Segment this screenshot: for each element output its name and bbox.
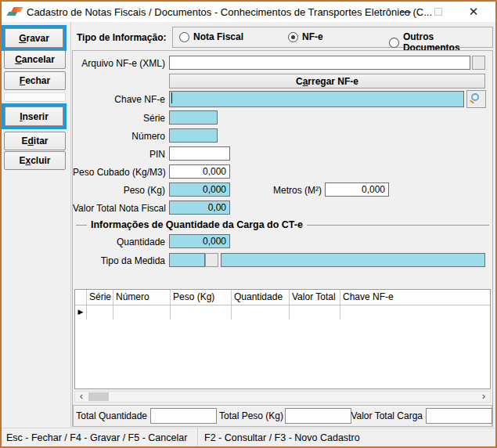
tipo-medida-lookup-button[interactable] — [205, 253, 218, 267]
sidebar: Gravar Cancelar Fechar Inserir Editar Ex… — [2, 22, 71, 428]
grid-col-peso: Peso (Kg) — [171, 290, 232, 305]
metros-label: Metros (M²) — [254, 185, 322, 196]
tipo-medida-desc-input[interactable] — [221, 253, 485, 267]
valor-total-carga-label: Valor Total Carga — [351, 410, 423, 421]
quantidade-row: Quantidade — [73, 234, 492, 251]
metros-input[interactable] — [325, 182, 389, 197]
editar-button[interactable]: Editar — [4, 132, 66, 150]
peso-cubado-row: Peso Cubado (Kg/M3) — [73, 164, 492, 182]
chave-search-button[interactable] — [466, 90, 486, 108]
pin-input[interactable] — [169, 146, 230, 161]
carregar-row: Carregar NF-e — [73, 74, 492, 91]
grid-selector-header — [75, 290, 87, 305]
minimize-button[interactable]: — — [391, 2, 420, 22]
fechar-button[interactable]: Fechar — [4, 71, 66, 90]
totals-panel: Total Quantidade Total Peso (Kg) Valor T… — [73, 405, 492, 427]
status-bar: Esc - Fechar / F4 - Gravar / F5 - Cancel… — [2, 428, 495, 446]
sidebar-spacer — [4, 92, 66, 102]
tipo-medida-code-input[interactable] — [169, 253, 205, 267]
nfe-grid: Série Número Peso (Kg) Quantidade Valor … — [74, 289, 491, 389]
arquivo-label: Arquivo NF-e (XML) — [73, 58, 165, 69]
excluir-button[interactable]: Excluir — [4, 151, 66, 170]
text-caret — [171, 92, 172, 103]
tipo-medida-label: Tipo da Medida — [73, 255, 165, 266]
quantidade-label: Quantidade — [73, 237, 165, 247]
peso-input[interactable] — [169, 182, 230, 197]
arquivo-row: Arquivo NF-e (XML) — [73, 56, 492, 73]
statusbar-shortcuts-left: Esc - Fechar / F4 - Gravar / F5 - Cancel… — [2, 432, 197, 443]
total-quantidade-label: Total Quantidade — [75, 410, 147, 421]
statusbar-shortcuts-right: F2 - Consultar / F3 - Novo Cadastro — [198, 432, 360, 443]
maximize-button — [424, 2, 452, 22]
grid-header: Série Número Peso (Kg) Quantidade Valor … — [75, 290, 490, 305]
peso-label: Peso (Kg) — [73, 185, 165, 196]
current-row-indicator-icon: ▶ — [77, 306, 84, 318]
total-quantidade-input[interactable] — [150, 408, 217, 424]
serie-row: Série — [73, 110, 492, 128]
chave-label: Chave NF-e — [73, 94, 165, 105]
valor-total-nf-label: Valor Total Nota Fiscal — [73, 203, 165, 214]
total-peso-label: Total Peso (Kg) — [219, 410, 282, 421]
numero-input[interactable] — [169, 128, 218, 143]
grid-col-serie: Série — [87, 290, 113, 305]
grid-col-valor-total: Valor Total — [290, 290, 340, 305]
arquivo-browse-button[interactable] — [472, 56, 485, 70]
gravar-highlight: Gravar — [2, 25, 67, 51]
grid-col-chave: Chave NF-e — [340, 290, 490, 305]
serie-label: Série — [73, 113, 165, 124]
app-window: Cadastro de Notas Fiscais / Documentos -… — [0, 0, 497, 448]
grid-empty-row[interactable]: ▶ — [75, 305, 490, 320]
titlebar: Cadastro de Notas Fiscais / Documentos -… — [2, 2, 495, 22]
total-peso-input[interactable] — [285, 408, 351, 424]
window-title: Cadastro de Notas Fiscais / Documentos -… — [27, 6, 432, 18]
cte-section-title: Informações de Quantidade da Carga do CT… — [91, 219, 303, 230]
peso-metros-row: Peso (Kg) Metros (M²) — [73, 182, 492, 200]
search-icon — [471, 93, 479, 101]
radio-icon — [179, 32, 189, 42]
grid-col-numero: Número — [113, 290, 171, 305]
carregar-nfe-button[interactable]: Carregar NF-e — [169, 74, 485, 89]
scrollbar-thumb[interactable] — [88, 392, 109, 401]
maximize-icon — [434, 8, 442, 16]
tipo-medida-row: Tipo da Medida — [73, 253, 492, 270]
radio-icon — [389, 38, 399, 48]
radio-nota-fiscal[interactable]: Nota Fiscal — [179, 31, 243, 42]
chave-row: Chave NF-e — [73, 91, 492, 110]
radio-nfe[interactable]: NF-e — [288, 31, 323, 42]
main-panel: Arquivo NF-e (XML) Carregar NF-e Chave N… — [72, 50, 493, 427]
scroll-right-icon[interactable]: › — [477, 392, 490, 402]
peso-cubado-input[interactable] — [169, 164, 230, 179]
inserir-button[interactable]: Inserir — [5, 107, 63, 126]
gravar-button[interactable]: Gravar — [5, 28, 63, 48]
peso-cubado-label: Peso Cubado (Kg/M3) — [73, 167, 165, 178]
tipo-informacao-label: Tipo de Informação: — [77, 32, 166, 43]
chave-input[interactable] — [169, 91, 464, 107]
app-logo-icon — [8, 6, 22, 17]
inserir-highlight: Inserir — [2, 103, 67, 129]
valor-total-nf-row: Valor Total Nota Fiscal — [73, 201, 492, 218]
valor-total-nf-input[interactable] — [169, 201, 230, 215]
cancelar-button[interactable]: Cancelar — [4, 50, 66, 69]
quantidade-input[interactable] — [169, 234, 230, 248]
grid-col-quantidade: Quantidade — [232, 290, 290, 305]
cte-section-legend: Informações de Quantidade da Carga do CT… — [76, 219, 489, 230]
scroll-left-icon[interactable]: ‹ — [75, 392, 88, 402]
tipo-informacao-group: Nota Fiscal NF-e Outros Documentos — [172, 27, 493, 48]
radio-selected-icon — [288, 32, 298, 42]
numero-label: Número — [73, 131, 165, 142]
arquivo-input[interactable] — [169, 56, 470, 70]
numero-row: Número — [73, 128, 492, 146]
pin-row: PIN — [73, 146, 492, 164]
pin-label: PIN — [73, 149, 165, 160]
valor-total-carga-input[interactable] — [426, 408, 492, 424]
serie-input[interactable] — [169, 110, 218, 125]
close-button[interactable]: ✕ — [457, 2, 490, 22]
grid-horizontal-scrollbar[interactable]: ‹ › — [74, 391, 491, 403]
